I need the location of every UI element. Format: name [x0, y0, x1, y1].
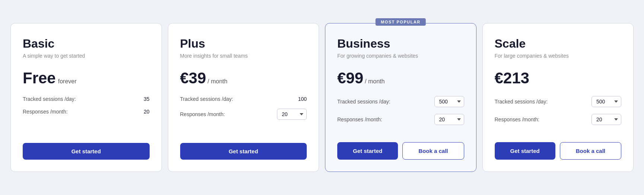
pricing-card-scale: ScaleFor large companies & websites€213T…: [482, 23, 634, 172]
feature-select-scale-1[interactable]: 2050100200: [592, 114, 621, 125]
feature-label-plus-1: Responses /month:: [180, 111, 225, 117]
get-started-scale[interactable]: Get started: [495, 142, 555, 160]
plan-suffix-plus: / month: [208, 78, 227, 85]
feature-row-scale-1: Responses /month:2050100200: [495, 114, 622, 125]
plan-suffix-business: / month: [365, 78, 385, 85]
feature-row-scale-0: Tracked sessions /day:500100020005000: [495, 96, 622, 107]
plan-currency-scale: €: [495, 69, 503, 87]
book-call-business[interactable]: Book a call: [402, 142, 464, 160]
plan-price-basic: Freeforever: [23, 69, 150, 87]
feature-select-plus-1[interactable]: 2050100200: [277, 109, 307, 120]
book-call-scale[interactable]: Book a call: [560, 142, 621, 160]
feature-row-plus-1: Responses /month:2050100200: [180, 109, 307, 120]
plan-description-scale: For large companies & websites: [495, 53, 622, 59]
feature-row-basic-0: Tracked sessions /day:35: [23, 96, 150, 102]
plan-price-scale: €213: [495, 69, 622, 87]
feature-label-basic-1: Responses /month:: [23, 109, 68, 115]
plan-suffix-basic: forever: [58, 78, 77, 85]
get-started-basic[interactable]: Get started: [23, 143, 150, 160]
most-popular-badge: MOST POPULAR: [376, 18, 426, 26]
feature-row-business-0: Tracked sessions /day:500100020005000: [337, 96, 464, 107]
feature-value-basic-1: 20: [144, 109, 150, 115]
plan-description-basic: A simple way to get started: [23, 53, 150, 59]
pricing-card-plus: PlusMore insights for small teams€39/ mo…: [168, 23, 319, 172]
plan-actions-plus: Get started: [180, 143, 307, 160]
feature-select-business-1[interactable]: 2050100200: [434, 114, 464, 125]
feature-label-basic-0: Tracked sessions /day:: [23, 96, 76, 102]
plan-amount-scale: 213: [503, 69, 529, 87]
plan-features-scale: Tracked sessions /day:500100020005000Res…: [495, 96, 622, 132]
get-started-plus[interactable]: Get started: [180, 143, 307, 160]
plan-currency-plus: €: [180, 69, 189, 87]
plan-amount-basic: Free: [23, 69, 56, 87]
feature-label-plus-0: Tracked sessions /day:: [180, 96, 233, 102]
feature-select-scale-0[interactable]: 500100020005000: [592, 96, 621, 107]
plan-description-business: For growing companies & websites: [337, 53, 464, 59]
plan-name-basic: Basic: [23, 37, 150, 51]
feature-value-basic-0: 35: [144, 96, 150, 102]
plan-features-business: Tracked sessions /day:500100020005000Res…: [337, 96, 464, 132]
plan-actions-scale: Get startedBook a call: [495, 142, 622, 160]
plan-features-basic: Tracked sessions /day:35Responses /month…: [23, 96, 150, 132]
plan-price-plus: €39/ month: [180, 69, 307, 87]
plan-actions-basic: Get started: [23, 143, 150, 160]
plan-actions-business: Get startedBook a call: [337, 142, 464, 160]
plan-features-plus: Tracked sessions /day:100Responses /mont…: [180, 96, 307, 132]
feature-row-plus-0: Tracked sessions /day:100: [180, 96, 307, 102]
pricing-card-basic: BasicA simple way to get startedFreefore…: [10, 23, 162, 172]
feature-row-business-1: Responses /month:2050100200: [337, 114, 464, 125]
plan-description-plus: More insights for small teams: [180, 53, 307, 59]
feature-label-scale-1: Responses /month:: [495, 116, 540, 122]
feature-label-scale-0: Tracked sessions /day:: [495, 99, 548, 105]
plan-amount-business: 99: [346, 69, 363, 87]
get-started-business[interactable]: Get started: [337, 142, 398, 160]
pricing-card-business: MOST POPULARBusinessFor growing companie…: [325, 23, 476, 172]
feature-label-business-0: Tracked sessions /day:: [337, 99, 390, 105]
feature-value-plus-0: 100: [298, 96, 307, 102]
plan-price-business: €99/ month: [337, 69, 464, 87]
pricing-container: BasicA simple way to get startedFreefore…: [7, 23, 637, 172]
feature-select-business-0[interactable]: 500100020005000: [434, 96, 464, 107]
plan-name-business: Business: [337, 37, 464, 51]
feature-row-basic-1: Responses /month:20: [23, 109, 150, 115]
plan-amount-plus: 39: [189, 69, 206, 87]
feature-label-business-1: Responses /month:: [337, 116, 382, 122]
plan-currency-business: €: [337, 69, 346, 87]
plan-name-scale: Scale: [495, 37, 622, 51]
plan-name-plus: Plus: [180, 37, 307, 51]
